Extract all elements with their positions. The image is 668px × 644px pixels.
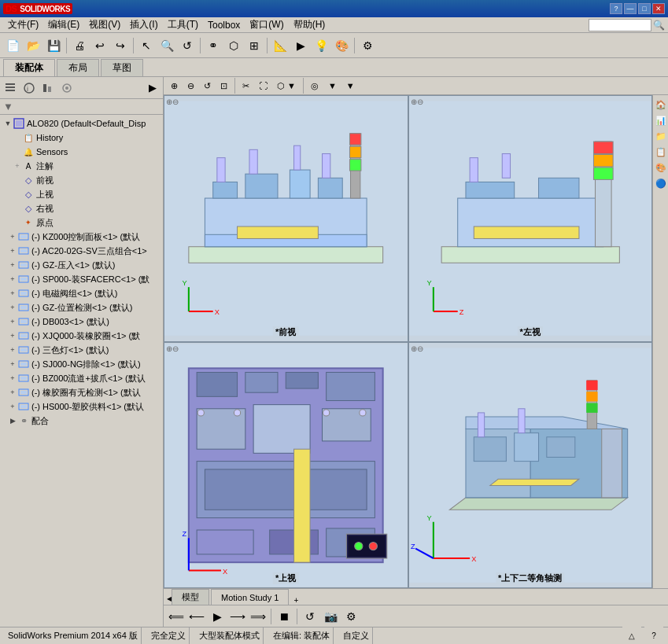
tree-root[interactable]: ▼ ALO820 (Default<Default_Disp bbox=[0, 116, 163, 131]
lamp-expand[interactable]: + bbox=[8, 345, 17, 355]
component-button[interactable]: ⬡ bbox=[224, 36, 243, 55]
tree-bz000[interactable]: + (-) BZ000流道+拔爪<1> (默认 bbox=[0, 371, 163, 385]
close-button[interactable]: ✕ bbox=[652, 3, 665, 14]
tree-history[interactable]: 📋 History bbox=[0, 131, 163, 145]
tab-assembly[interactable]: 装配体 bbox=[3, 59, 55, 76]
zoom-button[interactable]: 🔍 bbox=[157, 36, 176, 55]
select-button[interactable]: ↖ bbox=[137, 36, 156, 55]
minimize-button[interactable]: — bbox=[624, 3, 637, 14]
zoom-in-button[interactable]: ⊕ bbox=[167, 79, 182, 94]
tree-ac20[interactable]: + (-) AC20-02G-SV三点组合<1> bbox=[0, 244, 163, 258]
menu-file[interactable]: 文件(F) bbox=[3, 17, 43, 33]
redo-button[interactable]: ↪ bbox=[111, 36, 130, 55]
new-button[interactable]: 📄 bbox=[3, 36, 22, 55]
gz-detect-expand[interactable]: + bbox=[8, 303, 17, 312]
help-status-button[interactable]: ? bbox=[644, 627, 663, 645]
menu-edit[interactable]: 编辑(E) bbox=[43, 17, 84, 33]
appearance-button[interactable]: 🎨 bbox=[332, 36, 351, 55]
gz-press-expand[interactable]: + bbox=[8, 260, 17, 270]
search-icon[interactable]: 🔍 bbox=[653, 20, 665, 31]
bt-stop[interactable]: ⏹ bbox=[275, 607, 293, 626]
zoom-fit-button[interactable]: ↺ bbox=[200, 79, 215, 94]
titlebar-controls[interactable]: ? — □ ✕ bbox=[610, 3, 665, 14]
viewport-left[interactable]: ⊕⊖ bbox=[408, 95, 653, 342]
tree-lamp[interactable]: + (-) 三色灯<1> (默认) bbox=[0, 343, 163, 357]
bt-loop[interactable]: ↺ bbox=[301, 607, 319, 626]
render-mode-button[interactable]: ◎ bbox=[307, 79, 323, 94]
tree-front[interactable]: ◇ 前视 bbox=[0, 173, 163, 187]
panel-right-button[interactable]: ▶ bbox=[144, 79, 161, 97]
tab-motion[interactable]: Motion Study 1 bbox=[211, 589, 289, 605]
pattern-button[interactable]: ⊞ bbox=[245, 36, 264, 55]
tree-sj000[interactable]: + (-) SJ000-NG排除<1> (默认) bbox=[0, 357, 163, 371]
view-orient-button[interactable]: ⛶ bbox=[255, 79, 271, 93]
valve-expand[interactable]: + bbox=[8, 289, 17, 298]
bt-next[interactable]: ⟶ bbox=[228, 607, 247, 626]
dimxpert-button[interactable] bbox=[58, 79, 76, 97]
display-style-button[interactable]: ⬡ ▼ bbox=[273, 79, 300, 94]
tree-mate[interactable]: ▶ ⚭ 配合 bbox=[0, 414, 163, 428]
tree-gz-detect[interactable]: + (-) GZ-位置检测<1> (默认) bbox=[0, 300, 163, 315]
sj000-expand[interactable]: + bbox=[8, 359, 17, 369]
color-sidebar-button[interactable]: 🎨 bbox=[655, 161, 667, 174]
propertymanager-button[interactable]: i bbox=[20, 79, 38, 97]
expand-icon[interactable]: ▼ bbox=[3, 119, 13, 128]
viewport-isometric[interactable]: ⊕⊖ bbox=[408, 342, 653, 589]
options-button[interactable]: ⚙ bbox=[358, 36, 377, 55]
menu-window[interactable]: 窗口(W) bbox=[245, 17, 288, 33]
menu-help[interactable]: 帮助(H) bbox=[289, 17, 330, 33]
rubber-expand[interactable]: + bbox=[8, 388, 17, 397]
rotate-button[interactable]: ↺ bbox=[178, 36, 197, 55]
notes-expand[interactable]: + bbox=[13, 161, 22, 171]
viewport-top[interactable]: ⊕⊖ bbox=[164, 342, 408, 589]
menu-toolbox[interactable]: Toolbox bbox=[203, 18, 245, 32]
realview-button[interactable]: ▼ bbox=[324, 79, 341, 93]
save-button[interactable]: 💾 bbox=[44, 36, 63, 55]
sp000-expand[interactable]: + bbox=[8, 274, 17, 284]
section-view-button[interactable]: ✂ bbox=[238, 79, 253, 94]
measure-button[interactable]: 📐 bbox=[271, 36, 290, 55]
ac20-expand[interactable]: + bbox=[8, 246, 17, 256]
bt-rewind[interactable]: ⟸ bbox=[167, 607, 186, 626]
tree-sp000[interactable]: + (-) SP000-装SFACERC<1> (默 bbox=[0, 272, 163, 286]
tree-right[interactable]: ◇ 右视 bbox=[0, 201, 163, 215]
print-button[interactable]: 🖨 bbox=[70, 36, 89, 55]
chart-sidebar-button[interactable]: 📊 bbox=[655, 114, 667, 127]
tab-sketch[interactable]: 草图 bbox=[101, 59, 143, 76]
featuretree-button[interactable] bbox=[2, 79, 19, 97]
open-button[interactable]: 📂 bbox=[24, 36, 42, 55]
menu-view[interactable]: 视图(V) bbox=[84, 17, 125, 33]
tree-valve[interactable]: + (-) 电磁阀组<1> (默认) bbox=[0, 286, 163, 300]
tree-notes[interactable]: + A 注解 bbox=[0, 159, 163, 173]
circle-sidebar-button[interactable]: 🔵 bbox=[655, 177, 667, 190]
tree-xjq000[interactable]: + (-) XJQ000-装橡胶圈<1> (默 bbox=[0, 329, 163, 343]
folder-sidebar-button[interactable]: 📁 bbox=[655, 130, 667, 142]
kz000-expand[interactable]: + bbox=[8, 232, 17, 241]
menu-insert[interactable]: 插入(I) bbox=[125, 17, 162, 33]
bt-play[interactable]: ▶ bbox=[208, 607, 227, 626]
tree-origin[interactable]: ✦ 原点 bbox=[0, 215, 163, 230]
add-tab-button[interactable]: + bbox=[293, 596, 298, 605]
menu-tools[interactable]: 工具(T) bbox=[163, 17, 203, 33]
tree-rubber[interactable]: + (-) 橡胶圈有无检测<1> (默认 bbox=[0, 385, 163, 399]
tree-sensors[interactable]: 🔔 Sensors bbox=[0, 145, 163, 159]
tree-gz-press[interactable]: + (-) GZ-压入<1> (默认) bbox=[0, 258, 163, 272]
tab-layout[interactable]: 布局 bbox=[57, 59, 99, 76]
bz000-expand[interactable]: + bbox=[8, 374, 17, 383]
help-button[interactable]: ? bbox=[610, 3, 622, 14]
hs000-expand[interactable]: + bbox=[8, 402, 17, 411]
viewport-front[interactable]: ⊕⊖ bbox=[164, 95, 408, 342]
bt-camera[interactable]: 📷 bbox=[321, 607, 340, 626]
zoom-region-button[interactable]: ⊡ bbox=[216, 79, 231, 94]
search-input[interactable] bbox=[589, 19, 651, 31]
shadows-button[interactable]: ▼ bbox=[342, 79, 359, 93]
note-sidebar-button[interactable]: 📋 bbox=[655, 145, 667, 158]
bt-prev[interactable]: ⟵ bbox=[187, 607, 206, 626]
warning-button[interactable]: △ bbox=[622, 627, 641, 645]
maximize-button[interactable]: □ bbox=[638, 3, 651, 14]
tree-hs000[interactable]: + (-) HS000-塑胶供料<1> (默认 bbox=[0, 399, 163, 414]
simulation-button[interactable]: ▶ bbox=[291, 36, 310, 55]
zoom-out-button[interactable]: ⊖ bbox=[183, 79, 198, 94]
tree-kz000[interactable]: + (-) KZ000控制面板<1> (默认 bbox=[0, 230, 163, 244]
tab-model[interactable]: 模型 bbox=[172, 589, 209, 605]
